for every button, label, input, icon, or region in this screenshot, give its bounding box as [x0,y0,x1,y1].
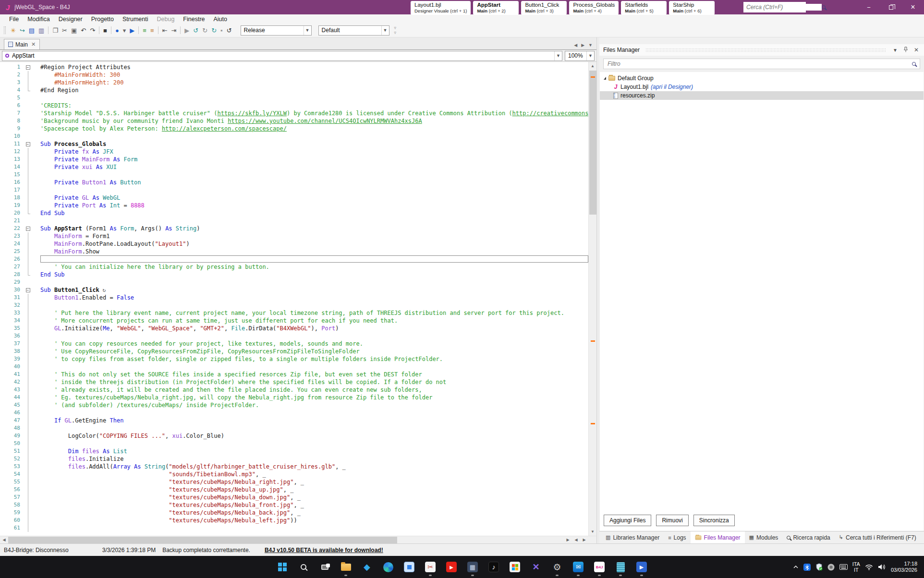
code-line-21[interactable]: 21 [0,217,588,225]
code-line-4[interactable]: 4#End Region [0,86,588,94]
save-icon[interactable]: ▤ [27,27,36,34]
menu-designer[interactable]: Designer [54,16,87,23]
code-line-13[interactable]: 13 Private MainForm As Form [0,156,588,163]
taskbar-x-app-icon[interactable]: ✕ [526,557,546,577]
paste-icon[interactable]: ▣ [69,27,79,34]
bookmark-process_globals[interactable]: Process_GlobalsMain (ctrl + 4) [569,1,619,15]
code-line-53[interactable]: 53 files.AddAll(Array As String("models/… [0,463,588,470]
code-line-47[interactable]: 47 If GL.GetEngine Then [0,417,588,424]
taskbar-start-icon[interactable] [273,557,292,577]
menu-finestre[interactable]: Finestre [179,16,209,23]
filter-input[interactable] [608,60,912,67]
code-line-39[interactable]: 39 ' to copy files from asset folder, si… [0,355,588,363]
outdent-icon[interactable]: ⇤ [160,27,170,34]
build-configuration-select[interactable]: Release ▼ [241,25,312,36]
panel-tab-modules[interactable]: ▦Modules [745,531,783,543]
menu-progetto[interactable]: Progetto [87,16,118,23]
code-line-26[interactable]: 26 [0,255,588,263]
minimize-button[interactable]: − [858,0,880,14]
scroll-down-icon[interactable]: ▼ [589,528,596,536]
security-shield-icon[interactable] [815,563,823,571]
taskbar-movies-tv-icon[interactable]: ▶ [632,557,651,577]
pane-right-icon[interactable]: ▶ [580,536,588,544]
horizontal-scroll-thumb[interactable] [8,537,397,543]
code-line-19[interactable]: 19 Private Port As Int = 8888 [0,202,588,209]
tab-main[interactable]: Main ✕ [4,39,40,49]
taskbar-settings-icon[interactable]: ⚙ [547,557,567,577]
code-line-56[interactable]: 56 "textures/cubeMaps/Nebula_up.jpg", _ [0,486,588,494]
tree-item-resources.zip[interactable]: resources.zip [600,91,924,100]
tray-chevron-icon[interactable] [793,565,799,569]
code-line-58[interactable]: 58 "textures/cubeMaps/Nebula_front.jpg",… [0,501,588,509]
fold-gutter[interactable]: − [24,286,32,294]
run-app-icon[interactable]: ▶ [128,27,136,34]
code-line-41[interactable]: 41 ' This do not only set the SOURCE fil… [0,371,588,378]
tree-item-layout1.bjl[interactable]: JLayout1.bjl(apri il Designer) [600,83,924,91]
restore-button[interactable] [880,0,902,14]
taskbar-snipping-tool-icon[interactable]: ✂ [421,557,440,577]
redo-icon[interactable]: ↷ [88,27,97,34]
code-line-35[interactable]: 35 GL.Initialize(Me, "WebGL", "WebGL_Spa… [0,325,588,332]
code-line-20[interactable]: 20End Sub [0,209,588,217]
code-line-50[interactable]: 50 [0,440,588,447]
taskbar-edge-icon[interactable] [378,557,398,577]
pin-icon[interactable] [902,47,910,53]
panel-tab-logs[interactable]: ≡Logs [664,531,690,543]
fold-gutter[interactable]: − [24,140,32,148]
panel-tab-cerca-tutti-i-riferimenti-f7-[interactable]: ↳Cerca tutti i Riferimenti (F7) [835,531,921,543]
code-line-30[interactable]: 30−Sub Button1_Click ↻ [0,286,588,294]
code-line-22[interactable]: 22−Sub AppStart (Form1 As Form, Args() A… [0,225,588,232]
menu-aiuto[interactable]: Aiuto [209,16,232,23]
collapse-icon[interactable]: − [26,227,30,231]
fold-gutter[interactable]: − [24,225,32,232]
new-window-icon[interactable]: ❐ [50,27,60,34]
code-line-17[interactable]: 17 [0,186,588,194]
scroll-tabs-left-icon[interactable]: ◀ [574,43,577,48]
code-line-59[interactable]: 59 "textures/cubeMaps/Nebula_back.jpg", … [0,509,588,517]
undo-icon[interactable]: ↶ [79,27,88,34]
code-line-24[interactable]: 24 MainForm.RootPane.LoadLayout("Layout1… [0,240,588,248]
code-line-61[interactable]: 61 [0,524,588,532]
bookmark-button1_click[interactable]: Button1_ClickMain (ctrl + 3) [521,1,567,15]
expand-arrow-icon[interactable] [604,77,606,80]
taskbar-media-player-icon[interactable]: ♪ [484,557,503,577]
code-line-42[interactable]: 42 ' inside the threejs distribution (in… [0,378,588,386]
code-line-16[interactable]: 16 Private Button1 As Button [0,179,588,186]
bookmark-starfields[interactable]: StarfieldsMain (ctrl + 5) [621,1,667,15]
menu-file[interactable]: File [5,16,23,23]
code-line-40[interactable]: 40 [0,363,588,371]
resume-icon[interactable]: ▶ [182,27,191,34]
code-line-46[interactable]: 46 [0,409,588,417]
compile-icon[interactable]: ● [113,27,121,34]
code-line-55[interactable]: 55 "textures/cubeMaps/Nebula_right.jpg",… [0,478,588,486]
code-line-57[interactable]: 57 "textures/cubeMaps/Nebula_down.jpg", … [0,494,588,501]
new-project-icon[interactable]: ✳ [9,27,18,34]
bookmark-starship[interactable]: StarShipMain (ctrl + 6) [669,1,715,15]
code-line-6[interactable]: 6'CREDITS: [0,102,588,109]
code-line-11[interactable]: 11−Sub Process_Globals [0,140,588,148]
code-line-34[interactable]: 34 ' More concurrent projects can run at… [0,317,588,325]
code-line-48[interactable]: 48 [0,424,588,432]
clock[interactable]: 17:18 03/03/2026 [891,561,917,573]
taskbar-microsoft-store-icon[interactable] [505,557,524,577]
taskbar-task-view-icon[interactable] [315,557,334,577]
cut-icon[interactable]: ✂ [60,27,69,34]
logs-icon[interactable]: ≡ [141,27,148,34]
aggiungi-files-button[interactable]: Aggiungi Files [604,515,651,526]
language-indicator[interactable]: ITA IT [852,561,860,573]
scroll-left-icon[interactable]: ◀ [0,536,8,544]
tab-list-icon[interactable]: ▼ [588,43,593,48]
todo-list-icon[interactable]: ≡ [148,27,156,34]
code-line-9[interactable]: 9'Spacescape tool by Alex Peterson: http… [0,125,588,132]
compile-options-icon[interactable]: ▾ [121,27,128,34]
menu-debug[interactable]: Debug [153,16,179,23]
code-line-38[interactable]: 38 ' Use CopyResourceFile, CopyResources… [0,348,588,355]
code-line-27[interactable]: 27 ' You can initialize here the library… [0,263,588,271]
close-button[interactable]: × [902,0,924,14]
horizontal-scrollbar[interactable]: ◀ ▶ ◀ ▶ [0,536,596,543]
code-line-28[interactable]: 28End Sub [0,271,588,278]
indent-icon[interactable]: ⇥ [169,27,178,34]
sincronizza-button[interactable]: Sincronizza [693,515,735,526]
panel-menu-icon[interactable]: ▼ [891,48,899,53]
bookmark-appstart[interactable]: AppStartMain (ctrl + 2) [473,1,519,15]
